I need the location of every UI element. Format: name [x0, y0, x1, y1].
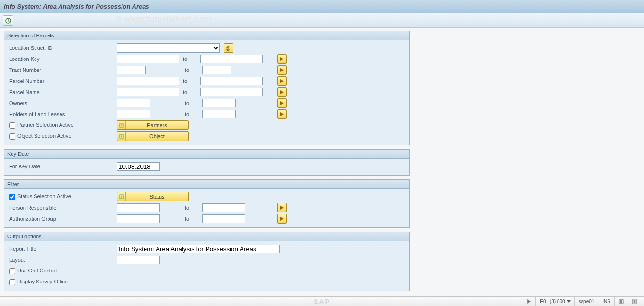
to-label: to	[183, 100, 202, 106]
label-status-selection: Status Selection Active	[17, 193, 71, 199]
search-help-button[interactable]: @.	[224, 43, 233, 53]
input-parcel-number-from[interactable]	[117, 77, 179, 85]
checkbox-use-grid-control[interactable]: Use Grid Control	[6, 267, 117, 276]
label-object-selection: Object Selection Active	[17, 133, 72, 139]
label-partner-selection: Partner Selection Active	[17, 122, 73, 128]
to-label: to	[183, 111, 202, 117]
input-owners-to[interactable]	[202, 99, 236, 107]
input-parcel-name-from[interactable]	[117, 88, 179, 96]
to-label: to	[183, 67, 202, 73]
input-layout[interactable]	[117, 256, 160, 264]
content-area: Selection of Parcels Location Struct. ID…	[0, 28, 644, 296]
label-tract-number: Tract Number	[6, 67, 117, 73]
layout-icon	[619, 299, 624, 304]
partners-button[interactable]: Partners	[117, 120, 189, 130]
object-button-label: Object	[126, 133, 188, 139]
label-parcel-number: Parcel Number	[6, 78, 117, 84]
status-layout-icon[interactable]	[614, 297, 628, 306]
arrow-right-icon	[280, 206, 284, 210]
expand-icon	[117, 192, 126, 201]
to-label: to	[181, 56, 200, 62]
input-person-responsible-to[interactable]	[202, 203, 245, 212]
group-title: Output options	[4, 232, 409, 241]
label-use-grid: Use Grid Control	[17, 268, 57, 273]
status-system[interactable]: E01 (3) 800	[535, 297, 574, 306]
arrow-right-icon	[280, 79, 284, 83]
input-parcel-number-to[interactable]	[200, 77, 263, 85]
arrow-right-icon	[280, 68, 284, 72]
partners-button-label: Partners	[126, 122, 188, 128]
arrow-right-icon	[280, 101, 284, 105]
multi-select-tract-number[interactable]	[277, 65, 287, 75]
group-title: Filter	[4, 180, 409, 189]
sap-logo: SAP	[314, 298, 330, 306]
label-layout: Layout	[6, 257, 117, 263]
label-person-responsible: Person Responsible	[6, 205, 117, 211]
at-icon: @.	[226, 46, 232, 51]
multi-select-owners[interactable]	[277, 98, 287, 108]
label-owners: Owners	[6, 100, 117, 106]
input-location-key-to[interactable]	[200, 55, 263, 63]
arrow-right-icon	[280, 112, 284, 116]
checkbox-partner-selection[interactable]: Partner Selection Active	[6, 121, 117, 130]
input-tract-number-to[interactable]	[202, 66, 231, 74]
document-icon	[632, 299, 637, 304]
label-parcel-name: Parcel Name	[6, 89, 117, 95]
checkbox-object-selection[interactable]: Object Selection Active	[6, 132, 117, 141]
multi-select-parcel-name[interactable]	[277, 87, 287, 97]
execute-button[interactable]	[3, 15, 13, 26]
group-selection-of-parcels: Selection of Parcels Location Struct. ID…	[4, 31, 410, 145]
input-owners-from[interactable]	[117, 99, 150, 107]
label-holders: Holders of Land Leases	[6, 111, 117, 117]
multi-select-holders[interactable]	[277, 109, 287, 119]
multi-select-parcel-number[interactable]	[277, 76, 287, 86]
checkbox-use-grid-input[interactable]	[9, 268, 15, 274]
input-authorization-group-from[interactable]	[117, 214, 160, 223]
input-holders-to[interactable]	[202, 110, 236, 118]
svg-rect-4	[619, 300, 621, 303]
triangle-right-icon	[526, 299, 532, 304]
watermark: © www.tutorialkart.com	[115, 14, 212, 24]
multi-select-person-responsible[interactable]	[277, 203, 287, 212]
input-report-title[interactable]	[117, 245, 280, 253]
label-display-survey: Display Survey Office	[17, 279, 68, 284]
input-person-responsible-from[interactable]	[117, 203, 160, 212]
multi-select-location-key[interactable]	[277, 54, 287, 64]
input-location-key-from[interactable]	[117, 55, 179, 63]
to-label: to	[181, 78, 200, 84]
status-server: sape01	[574, 297, 598, 306]
label-location-struct-id: Location Struct. ID	[6, 45, 117, 51]
input-parcel-name-to[interactable]	[200, 88, 263, 96]
multi-select-authorization-group[interactable]	[277, 214, 287, 224]
input-authorization-group-to[interactable]	[202, 214, 245, 223]
input-tract-number-from[interactable]	[117, 66, 146, 74]
input-location-struct-id[interactable]	[117, 43, 220, 53]
object-button[interactable]: Object	[117, 131, 189, 141]
checkbox-display-survey-input[interactable]	[9, 279, 15, 285]
app-toolbar: © www.tutorialkart.com	[0, 13, 644, 28]
status-script-icon[interactable]	[628, 297, 641, 306]
window-title: Info System: Area Analysis for Possessio…	[4, 3, 149, 10]
label-authorization-group: Authorization Group	[6, 216, 117, 222]
status-bar: SAP E01 (3) 800 sape01 INS	[0, 296, 644, 306]
group-title: Selection of Parcels	[4, 31, 409, 40]
status-button[interactable]: Status	[117, 192, 189, 201]
input-for-key-date[interactable]	[117, 162, 160, 171]
status-nav-start[interactable]	[522, 297, 535, 306]
to-label: to	[183, 216, 202, 222]
checkbox-status-selection[interactable]: Status Selection Active	[6, 192, 117, 201]
window-title-bar: Info System: Area Analysis for Possessio…	[0, 0, 644, 13]
execute-icon	[5, 18, 11, 24]
label-for-key-date: For Key Date	[6, 164, 117, 169]
checkbox-partner-selection-input[interactable]	[9, 122, 15, 129]
input-holders-from[interactable]	[117, 110, 150, 118]
checkbox-object-selection-input[interactable]	[9, 133, 15, 140]
arrow-right-icon	[280, 90, 284, 94]
status-button-label: Status	[126, 194, 188, 200]
checkbox-display-survey-office[interactable]: Display Survey Office	[6, 278, 117, 287]
group-title: Key Date	[4, 150, 409, 159]
group-key-date: Key Date For Key Date	[4, 149, 410, 176]
arrow-right-icon	[280, 57, 284, 61]
dropdown-icon	[567, 300, 571, 303]
checkbox-status-selection-input[interactable]	[9, 194, 15, 200]
